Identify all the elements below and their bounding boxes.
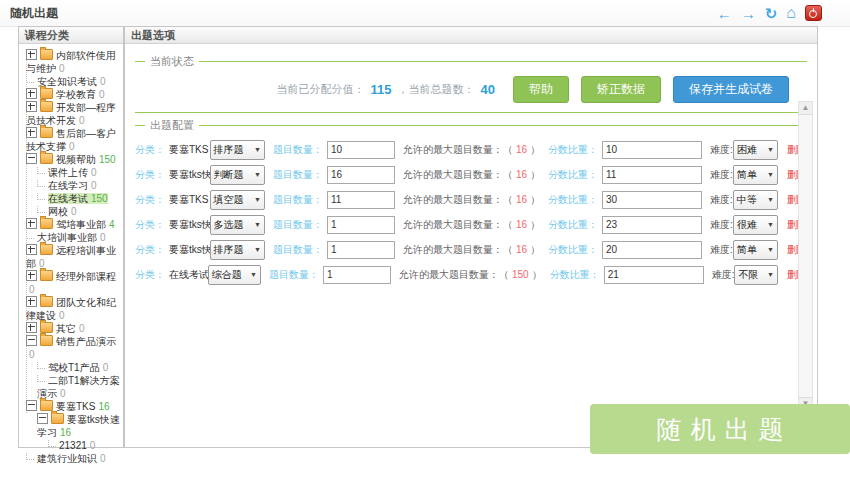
- qty-input[interactable]: [327, 166, 395, 184]
- nav-icons: ← → ↻ ⌂: [717, 0, 822, 26]
- tree-item[interactable]: 售后部—客户技术支撑0: [23, 127, 121, 153]
- score-input[interactable]: [602, 141, 702, 159]
- tree-item[interactable]: 要塞tks快速学习16: [23, 413, 121, 439]
- difficulty-label: 难度:: [710, 243, 733, 257]
- refresh-icon[interactable]: ↻: [765, 6, 778, 21]
- expander-icon[interactable]: [26, 322, 37, 333]
- config-row: 分类： 要塞tks快... 排序题▼ 题目数量： 允许的最大题目数量：（16） …: [135, 237, 807, 262]
- question-type-value: 排序题: [214, 143, 244, 157]
- qty-input[interactable]: [327, 191, 395, 209]
- expander-icon[interactable]: [26, 218, 37, 229]
- difficulty-select[interactable]: 不限▼: [734, 265, 778, 285]
- folder-icon: [40, 270, 53, 281]
- tree-item[interactable]: 驾校T1产品0: [23, 361, 121, 374]
- expander-icon[interactable]: [26, 153, 37, 164]
- fix-data-button[interactable]: 矫正数据: [581, 76, 661, 103]
- qty-input[interactable]: [327, 141, 395, 159]
- category-label: 分类：: [135, 218, 165, 232]
- score-input[interactable]: [602, 216, 702, 234]
- question-type-select[interactable]: 综合题▼: [208, 265, 261, 285]
- tree-item[interactable]: 二部T1解决方案演示0: [23, 374, 121, 400]
- config-rows: 分类： 要塞TKS 排序题▼ 题目数量： 允许的最大题目数量：（16） 分数比重…: [135, 137, 807, 287]
- score-input[interactable]: [602, 191, 702, 209]
- difficulty-select[interactable]: 很难▼: [733, 215, 778, 235]
- difficulty-value: 困难: [737, 143, 757, 157]
- category-value: 要塞tks快...: [169, 168, 210, 182]
- tree-item[interactable]: 要塞TKS16: [23, 400, 121, 413]
- save-generate-button[interactable]: 保存并生成试卷: [673, 76, 789, 103]
- expander-icon[interactable]: [26, 127, 37, 138]
- max-allowed-value: 150: [512, 269, 529, 280]
- difficulty-select[interactable]: 中等▼: [733, 190, 778, 210]
- chevron-down-icon: ▼: [254, 171, 261, 178]
- expander-icon[interactable]: [26, 88, 37, 99]
- tree-item[interactable]: 驾培事业部4: [23, 218, 121, 231]
- tree-item[interactable]: 网校0: [23, 205, 121, 218]
- tree-item-label: 经理外部课程: [56, 271, 116, 282]
- tree-item[interactable]: 建筑行业知识0: [23, 452, 121, 465]
- expander-icon[interactable]: [26, 49, 37, 60]
- qty-input[interactable]: [327, 216, 395, 234]
- expander-icon[interactable]: [26, 400, 37, 411]
- forward-icon[interactable]: →: [741, 6, 756, 21]
- difficulty-value: 不限: [738, 268, 758, 282]
- question-type-select[interactable]: 排序题▼: [210, 240, 265, 260]
- course-tree: 内部软件使用与维护0 安全知识考试0 学校教育0 开发部—程序员技术开发0 售后…: [19, 44, 123, 469]
- tree-item-label: 要塞tks快速学习: [37, 414, 120, 438]
- tree-item[interactable]: 其它0: [23, 322, 121, 335]
- power-icon[interactable]: [805, 5, 822, 21]
- tree-item-label: 学校教育: [56, 89, 96, 100]
- expander-icon[interactable]: [37, 413, 48, 424]
- tree-item-text: 其它0: [56, 323, 85, 334]
- chevron-down-icon: ▼: [767, 146, 774, 153]
- score-input[interactable]: [602, 241, 702, 259]
- max-allowed-label: 允许的最大题目数量：（16）: [403, 143, 540, 157]
- tree-item[interactable]: 安全知识考试0: [23, 75, 121, 88]
- tree-item[interactable]: 经理外部课程0: [23, 270, 121, 296]
- tree-item[interactable]: 在线学习0: [23, 179, 121, 192]
- back-icon[interactable]: ←: [717, 6, 732, 21]
- random-question-page: 随机出题 ← → ↻ ⌂ 课程分类 内部软件使用与维护0 安全知识考试0 学校教…: [0, 0, 850, 482]
- difficulty-select[interactable]: 简单▼: [733, 240, 778, 260]
- tree-item-count: 4: [109, 219, 115, 230]
- tree-item[interactable]: 课件上传0: [23, 166, 121, 179]
- expander-icon[interactable]: [26, 296, 37, 307]
- max-allowed-label: 允许的最大题目数量：（16）: [403, 218, 540, 232]
- expander-icon[interactable]: [26, 270, 37, 281]
- category-value: 要塞tks快...: [169, 218, 210, 232]
- tree-item[interactable]: 在线考试150: [23, 192, 121, 205]
- question-type-select[interactable]: 判断题▼: [210, 165, 265, 185]
- tree-item[interactable]: 销售产品演示0: [23, 335, 121, 361]
- score-input[interactable]: [602, 166, 702, 184]
- tree-item[interactable]: 开发部—程序员技术开发0: [23, 101, 121, 127]
- expander-icon[interactable]: [26, 244, 37, 255]
- category-label: 分类：: [135, 268, 165, 282]
- help-button[interactable]: 帮助: [513, 76, 569, 103]
- tree-item[interactable]: 学校教育0: [23, 88, 121, 101]
- score-input[interactable]: [604, 266, 704, 284]
- difficulty-select[interactable]: 简单▼: [733, 165, 778, 185]
- tree-item[interactable]: 内部软件使用与维护0: [23, 49, 121, 75]
- question-type-select[interactable]: 多选题▼: [210, 215, 265, 235]
- qty-input[interactable]: [323, 266, 391, 284]
- tree-item[interactable]: 远程培训事业部0: [23, 244, 121, 270]
- scroll-up-button[interactable]: ▲: [799, 102, 812, 115]
- qty-input[interactable]: [327, 241, 395, 259]
- tree-item-text: 网校0: [48, 206, 77, 217]
- difficulty-select[interactable]: 困难▼: [733, 140, 778, 160]
- main-body: 当前状态 当前已分配分值： 115 ，当前总题数： 40 帮助 矫正数据 保存并…: [125, 44, 817, 287]
- config-legend: 出题配置: [135, 118, 807, 133]
- tree-item[interactable]: 团队文化和纪律建设0: [23, 296, 121, 322]
- home-icon[interactable]: ⌂: [786, 5, 796, 21]
- scrollbar[interactable]: ▲ ▼: [798, 101, 813, 411]
- config-legend-label: 出题配置: [150, 118, 194, 133]
- question-type-select[interactable]: 填空题▼: [210, 190, 265, 210]
- folder-icon: [40, 101, 53, 112]
- category-label: 分类：: [135, 243, 165, 257]
- tree-item[interactable]: 213210: [23, 439, 121, 452]
- tree-item[interactable]: 视频帮助150: [23, 153, 121, 166]
- expander-icon[interactable]: [26, 101, 37, 112]
- expander-icon[interactable]: [26, 335, 37, 346]
- question-type-select[interactable]: 排序题▼: [210, 140, 265, 160]
- tree-item[interactable]: 大培训事业部0: [23, 231, 121, 244]
